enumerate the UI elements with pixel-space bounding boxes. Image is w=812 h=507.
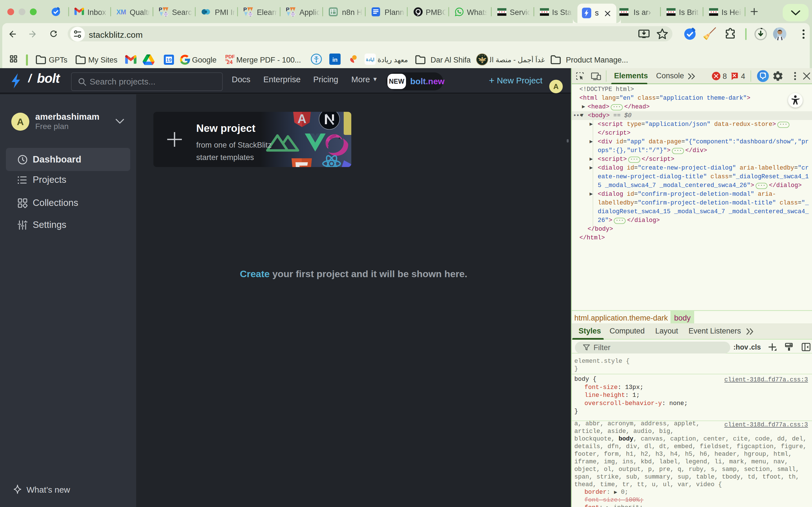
- svg-text:19: 19: [166, 57, 172, 63]
- svg-text:24: 24: [227, 59, 233, 65]
- svg-text:ايادة: ايادة: [366, 57, 374, 62]
- svg-text:A: A: [297, 112, 306, 126]
- svg-text:PDF: PDF: [225, 54, 235, 59]
- svg-text:in: in: [333, 56, 338, 63]
- svg-text:P: P: [243, 7, 247, 12]
- svg-text:P: P: [159, 7, 162, 12]
- svg-text:XM: XM: [116, 8, 126, 16]
- svg-text:P: P: [286, 7, 290, 12]
